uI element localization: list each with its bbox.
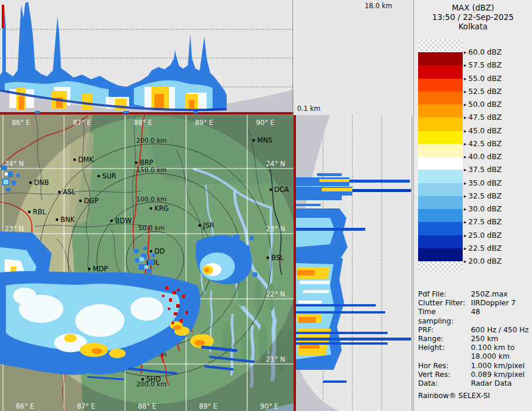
city-label-BSL: BSL (271, 254, 284, 262)
legend-threshold-label: ▸60.0 dBZ (464, 48, 501, 56)
city-label-KRG: KRG (154, 204, 169, 213)
city-dot (267, 257, 269, 259)
metadata-row: Range:250 km (418, 335, 531, 343)
metadata-row: Time sampling:48 (418, 308, 531, 325)
legend-color-band (418, 196, 463, 209)
metadata-value: 18.000 km (471, 352, 531, 361)
legend-threshold-label: ▸40.0 dBZ (464, 152, 501, 161)
height-axis-max-label: 18.0 km (365, 2, 392, 10)
city-label-SUR: SUR (102, 172, 116, 180)
city-label-DD: DD (154, 247, 165, 255)
legend-color-band (418, 65, 463, 78)
city-dot (198, 224, 201, 227)
legend-threshold-label: ▸35.0 dBZ (464, 178, 501, 187)
legend-color-band (418, 79, 463, 92)
metadata-block: Pdf File:250Z.maxClutter Filter:IIRDoppl… (418, 290, 531, 400)
metadata-value: 250Z.max (471, 290, 531, 299)
legend-color-band (418, 144, 463, 157)
longitude-label-top: 90° E (256, 119, 274, 127)
legend-threshold-label: ▸45.0 dBZ (464, 126, 501, 135)
metadata-row: Clutter Filter:IIRDoppler 7 (418, 299, 531, 308)
city-label-DMK: DMK (78, 156, 94, 164)
radar-display-window: 18.0 km 0.1 km (0, 0, 532, 411)
metadata-value: 1.000 km/pixel (471, 362, 531, 370)
latitude-label-right: 22° N (266, 290, 285, 298)
city-dot (150, 207, 152, 210)
legend-color-band (418, 248, 463, 261)
metadata-label: PRF: (418, 326, 471, 335)
city-dot (73, 159, 76, 161)
axis-corner-area: 18.0 km 0.1 km (294, 0, 413, 115)
longitude-label-bottom: 87° E (77, 402, 95, 410)
longitude-label-bottom: 89° E (199, 402, 217, 410)
city-dot (58, 191, 60, 193)
product-datetime: 13:50 / 22-Sep-2025 (414, 12, 532, 22)
metadata-label: Time sampling: (418, 308, 471, 325)
city-dot (135, 161, 137, 164)
latitude-label-right: 21° N (266, 355, 285, 363)
legend-color-band (418, 209, 463, 222)
city-label-MDP: MDP (93, 265, 108, 273)
legend-color-band (418, 170, 463, 183)
metadata-label: Height: (418, 343, 471, 352)
ground-clutter-line (0, 112, 294, 115)
legend-threshold-label: ▸32.5 dBZ (464, 191, 501, 200)
longitude-label-bottom: 86° E (16, 402, 34, 410)
metadata-value: 600 Hz / 450 Hz (471, 326, 531, 335)
latitude-label-right: 23° N (266, 225, 285, 233)
legend-threshold-label: ▸52.5 dBZ (464, 87, 501, 96)
metadata-row: Height:0.100 km to (418, 343, 531, 352)
city-dot (110, 220, 113, 222)
right-clutter-line (294, 115, 296, 411)
tall-red-echo-column (2, 5, 4, 28)
metadata-value: 250 km (471, 335, 531, 343)
city-label-BDW: BDW (115, 217, 132, 225)
station-name: Kolkata (414, 22, 532, 31)
city-dot (28, 211, 31, 213)
legend-color-band (418, 222, 463, 235)
city-label-BRP: BRP (140, 159, 153, 167)
metadata-value: 0.100 km to (471, 343, 531, 352)
legend-color-band (418, 92, 463, 105)
city-label-ASL: ASL (63, 188, 76, 196)
legend-threshold-label: ▸42.5 dBZ (464, 139, 501, 148)
city-label-DCA: DCA (274, 186, 289, 194)
metadata-value: 48 (471, 308, 531, 325)
longitude-label-bottom: 90° E (260, 402, 278, 410)
color-scale (418, 39, 463, 274)
legend-threshold-label: ▸50.0 dBZ (464, 100, 501, 109)
metadata-label: Hor Res: (418, 362, 471, 370)
longitude-label-top: 86° E (12, 119, 30, 127)
metadata-row: 18.000 km (418, 352, 531, 361)
metadata-row: Pdf File:250Z.max (418, 290, 531, 299)
latitude-label-right: 24° N (266, 160, 285, 168)
metadata-label: Data: (418, 379, 471, 388)
city-dot (79, 200, 82, 202)
city-label-DNB: DNB (34, 178, 49, 187)
metadata-row: Hor Res:1.000 km/pixel (418, 362, 531, 370)
metadata-label: Pdf File: (418, 290, 471, 299)
legend-threshold-label: ▸30.0 dBZ (464, 204, 501, 213)
city-label-JSR: JSR (203, 221, 214, 230)
product-title-block: MAX (dBZ) 13:50 / 22-Sep-2025 Kolkata (414, 3, 532, 31)
legend-threshold-label: ▸37.5 dBZ (464, 165, 501, 174)
software-brand: Rainbow® SELEX-SI (418, 392, 531, 400)
legend-panel: MAX (dBZ) 13:50 / 22-Sep-2025 Kolkata Pd… (413, 0, 532, 411)
legend-color-band (418, 157, 463, 170)
longitude-label-bottom: 88° E (138, 402, 156, 410)
city-dot (252, 139, 255, 142)
metadata-label: Vert Res: (418, 370, 471, 379)
legend-threshold-label: ▸20.0 dBZ (464, 257, 501, 265)
latitude-label-left: 24° N (5, 160, 24, 168)
city-dot (29, 181, 32, 184)
city-label-MNS: MNS (257, 136, 272, 144)
metadata-label: Clutter Filter: (418, 299, 471, 308)
metadata-value: Radar Data (471, 379, 531, 388)
legend-threshold-label: ▸57.5 dBZ (464, 60, 501, 69)
city-dot (56, 218, 58, 221)
city-label-RBL: RBL (33, 208, 46, 216)
legend-color-band (418, 105, 463, 117)
legend-color-band (418, 131, 463, 144)
city-dot (150, 250, 152, 252)
longitude-label-top: 88° E (134, 119, 152, 127)
